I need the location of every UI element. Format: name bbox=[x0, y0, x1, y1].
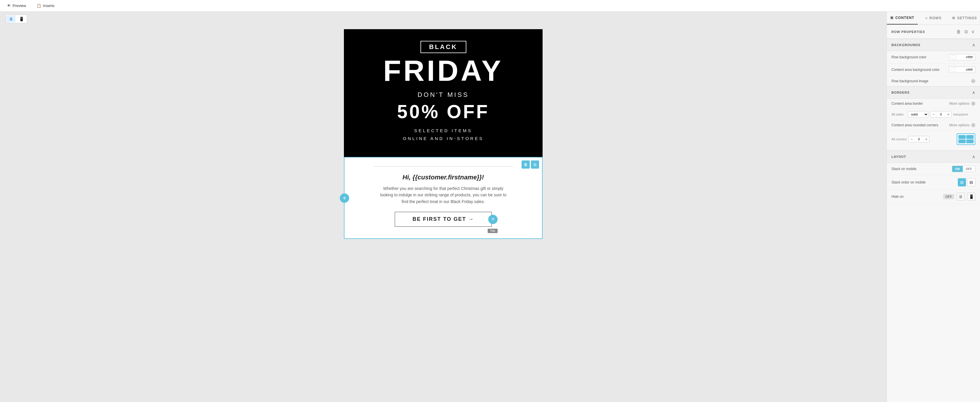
preview-button[interactable]: 👁 Preview bbox=[5, 2, 28, 9]
top-toolbar: 👁 Preview 📋 Inserts bbox=[0, 0, 980, 12]
corner-decrease[interactable]: − bbox=[909, 136, 915, 142]
stack-mobile-off[interactable]: OFF bbox=[963, 166, 975, 172]
copy-row-button[interactable]: ⧉ bbox=[531, 160, 539, 169]
row-actions: 🗑 ⧉ bbox=[522, 160, 539, 169]
backgrounds-title: BACKGROUNDS bbox=[891, 43, 920, 47]
content-bg-color-row: Content area background color #ffffff bbox=[887, 63, 980, 76]
cta-plus-icon[interactable]: + bbox=[488, 215, 498, 224]
all-sides-row: All sides solid dashed dotted − + transp… bbox=[887, 109, 980, 120]
border-color-transparent: transparent bbox=[953, 113, 968, 116]
border-style-select[interactable]: solid dashed dotted bbox=[908, 111, 929, 117]
panel-tabs: ⊞ CONTENT ≡ ROWS ⚙ SETTINGS bbox=[887, 12, 980, 25]
corner-br bbox=[966, 139, 974, 143]
row-delete-button[interactable]: 🗑 bbox=[956, 28, 962, 35]
row-properties-header: ROW PROPERTIES 🗑 ⧉ ∨ bbox=[887, 25, 980, 39]
stack-order-left-button[interactable]: ⊞ bbox=[958, 178, 966, 187]
row-expand-button[interactable]: ∨ bbox=[970, 28, 975, 35]
all-sides-label: All sides bbox=[891, 112, 906, 116]
content-area-border-toggle[interactable] bbox=[971, 101, 975, 106]
stack-order-row: Stack order on mobile ⊞ ⊟ bbox=[887, 175, 980, 190]
cta-wrapper: BE FIRST TO GET → + Title bbox=[395, 212, 492, 227]
row-properties-title: ROW PROPERTIES bbox=[891, 30, 925, 33]
border-width-control: − + bbox=[930, 111, 951, 117]
device-toggle: 🖥 📱 bbox=[6, 14, 27, 23]
tab-content[interactable]: ⊞ CONTENT bbox=[887, 12, 918, 24]
hide-on-label: Hide on bbox=[891, 195, 904, 199]
dont-miss-text: DON'T MISS bbox=[350, 91, 537, 99]
all-corners-label: All corners bbox=[891, 138, 907, 141]
selected-items-text: SELECTED ITEMS ONLINE AND IN-STORES bbox=[350, 127, 537, 142]
content-section: + 🗑 ⧉ Hi, {{customer.firstname}}! Whethe… bbox=[344, 157, 542, 239]
backgrounds-toggle[interactable]: ∧ bbox=[972, 43, 975, 47]
hide-off-badge: OFF bbox=[943, 194, 954, 199]
stack-mobile-on[interactable]: ON bbox=[952, 166, 963, 172]
corners-section: All corners − + bbox=[887, 130, 980, 150]
row-bg-image-row: Row background image bbox=[887, 76, 980, 86]
content-tab-icon: ⊞ bbox=[890, 16, 894, 20]
panel-body: ROW PROPERTIES 🗑 ⧉ ∨ BACKGROUNDS ∧ Row b… bbox=[887, 25, 980, 402]
content-bg-color-label: Content area background color bbox=[891, 68, 940, 72]
row-bg-color-dot bbox=[952, 55, 956, 59]
main-layout: 🖥 📱 BLACK FRIDAY DON'T MISS 50% OFF SELE… bbox=[0, 12, 980, 402]
inserts-button[interactable]: 📋 Inserts bbox=[34, 2, 57, 9]
content-rounded-corners-row: Content area rounded corners More option… bbox=[887, 120, 980, 130]
borders-section-header: BORDERS ∧ bbox=[887, 86, 980, 99]
content-rounded-label: Content area rounded corners bbox=[891, 123, 948, 127]
right-panel: ⊞ CONTENT ≡ ROWS ⚙ SETTINGS ROW PROPERTI… bbox=[886, 12, 980, 402]
corner-tl bbox=[958, 135, 966, 139]
stack-order-label: Stack order on mobile bbox=[891, 180, 926, 184]
rounded-more-options[interactable]: More options bbox=[949, 123, 969, 127]
content-area-border-row: Content area border More options bbox=[887, 99, 980, 109]
email-canvas: BLACK FRIDAY DON'T MISS 50% OFF SELECTED… bbox=[344, 29, 542, 239]
hide-on-row: Hide on OFF 🖥 📱 bbox=[887, 190, 980, 204]
settings-tab-icon: ⚙ bbox=[952, 16, 955, 20]
layout-section-header: LAYOUT ∧ bbox=[887, 150, 980, 163]
borders-title: BORDERS bbox=[891, 91, 910, 94]
tab-settings[interactable]: ⚙ SETTINGS bbox=[949, 12, 980, 24]
inserts-icon: 📋 bbox=[37, 3, 41, 8]
title-badge: Title bbox=[488, 229, 498, 233]
rounded-corners-toggle[interactable] bbox=[971, 123, 975, 127]
hide-device-icons: OFF 🖥 📱 bbox=[943, 193, 975, 201]
hero-section: BLACK FRIDAY DON'T MISS 50% OFF SELECTED… bbox=[344, 29, 542, 157]
stack-mobile-toggle-group: ON OFF bbox=[952, 166, 975, 172]
corner-increase[interactable]: + bbox=[923, 136, 929, 142]
black-badge: BLACK bbox=[420, 41, 466, 53]
hide-mobile-button[interactable]: 📱 bbox=[967, 193, 975, 201]
border-width-input[interactable] bbox=[937, 112, 945, 117]
tab-rows[interactable]: ≡ ROWS bbox=[918, 12, 949, 24]
add-row-button[interactable]: + bbox=[340, 193, 349, 203]
content-area-border-label: Content area border bbox=[891, 101, 948, 106]
stack-order-right-button[interactable]: ⊟ bbox=[967, 178, 975, 187]
border-width-increase[interactable]: + bbox=[945, 111, 951, 117]
stack-mobile-row: Stack on mobile ON OFF bbox=[887, 163, 980, 175]
percent-off-text: 50% OFF bbox=[350, 101, 537, 122]
row-bg-color-label: Row background color bbox=[891, 55, 926, 59]
greeting-text: Hi, {{customer.firstname}}! bbox=[362, 174, 525, 181]
preview-label: Preview bbox=[13, 3, 26, 8]
content-area-border-more-options[interactable]: More options bbox=[949, 101, 969, 106]
inserts-label: Inserts bbox=[43, 3, 54, 8]
preview-icon: 👁 bbox=[7, 3, 11, 8]
desktop-view-button[interactable]: 🖥 bbox=[7, 16, 16, 22]
stack-mobile-label: Stack on mobile bbox=[891, 167, 916, 171]
row-bg-color-value: #ffffff bbox=[966, 55, 973, 59]
delete-row-button[interactable]: 🗑 bbox=[522, 160, 530, 169]
row-bg-color-swatch[interactable]: #ffffff bbox=[949, 54, 975, 60]
corners-controls: All corners − + bbox=[891, 136, 957, 142]
content-bg-color-dot bbox=[952, 68, 956, 72]
content-bg-color-swatch[interactable]: #ffffff bbox=[949, 66, 975, 73]
cta-button[interactable]: BE FIRST TO GET → bbox=[395, 212, 492, 227]
row-copy-button[interactable]: ⧉ bbox=[964, 28, 968, 35]
layout-title: LAYOUT bbox=[891, 155, 906, 158]
row-bg-image-toggle[interactable] bbox=[971, 79, 975, 83]
border-width-decrease[interactable]: − bbox=[931, 111, 937, 117]
corner-value-input[interactable] bbox=[915, 137, 923, 141]
canvas-area: 🖥 📱 BLACK FRIDAY DON'T MISS 50% OFF SELE… bbox=[0, 12, 886, 402]
mobile-view-button[interactable]: 📱 bbox=[17, 16, 26, 22]
borders-toggle[interactable]: ∧ bbox=[972, 90, 975, 95]
hide-desktop-button[interactable]: 🖥 bbox=[957, 193, 965, 201]
layout-toggle[interactable]: ∧ bbox=[972, 154, 975, 159]
backgrounds-section-header: BACKGROUNDS ∧ bbox=[887, 39, 980, 51]
friday-text: FRIDAY bbox=[350, 56, 537, 85]
